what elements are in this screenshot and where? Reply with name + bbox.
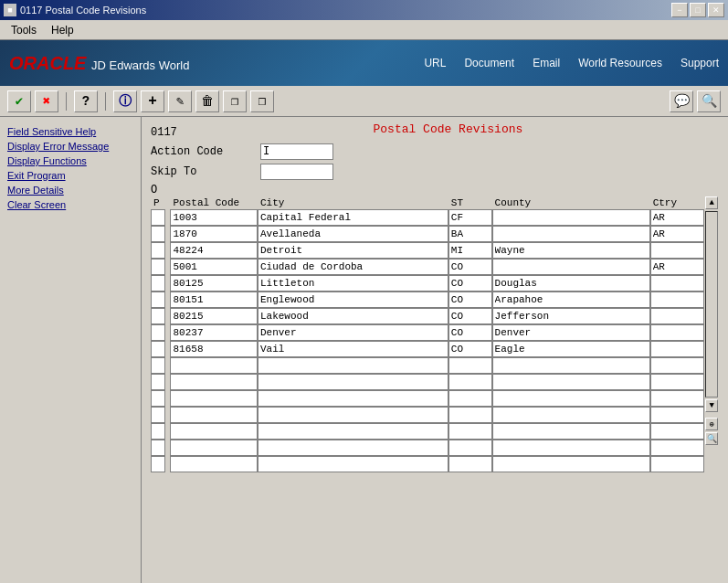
menu-tools[interactable]: Tools [4, 22, 44, 38]
row-p-field[interactable] [151, 308, 165, 324]
scrollbar[interactable]: ▲ ▼ ⊕ 🔍 [704, 196, 719, 472]
row-p-field[interactable] [151, 242, 165, 259]
row-city[interactable] [258, 308, 448, 324]
row-st[interactable] [448, 440, 492, 456]
row-county[interactable] [492, 242, 650, 259]
row-postal-code[interactable] [170, 259, 257, 275]
row-st[interactable] [448, 226, 492, 242]
row-p-field[interactable] [151, 357, 165, 374]
row-postal-code[interactable] [170, 275, 257, 292]
row-county[interactable] [492, 259, 650, 275]
row-ctry[interactable] [650, 308, 705, 324]
nav-document[interactable]: Document [464, 57, 514, 69]
sidebar-item-exit-program[interactable]: Exit Program [0, 168, 141, 183]
row-ctry[interactable] [650, 259, 705, 275]
sidebar-item-field-sensitive-help[interactable]: Field Sensitive Help [0, 124, 141, 139]
row-p-field[interactable] [151, 374, 165, 390]
help-button[interactable]: ? [74, 90, 98, 112]
row-st[interactable] [448, 407, 492, 423]
row-p-field[interactable] [151, 407, 165, 423]
row-city[interactable] [258, 374, 448, 390]
row-p-field[interactable] [151, 292, 165, 308]
sidebar-item-clear-screen[interactable]: Clear Screen [0, 197, 141, 212]
row-county[interactable] [492, 341, 650, 357]
row-postal-code[interactable] [170, 209, 257, 226]
delete-button[interactable]: 🗑 [195, 90, 219, 112]
nav-email[interactable]: Email [533, 57, 560, 69]
row-ctry[interactable] [650, 407, 705, 423]
row-postal-code[interactable] [170, 390, 257, 407]
row-p-field[interactable] [151, 226, 165, 242]
paste-button[interactable]: ❒ [250, 90, 274, 112]
cancel-button[interactable]: ✖ [35, 90, 58, 112]
row-city[interactable] [258, 341, 448, 357]
row-st[interactable] [448, 341, 492, 357]
row-county[interactable] [492, 440, 650, 456]
row-county[interactable] [492, 324, 650, 341]
row-county[interactable] [492, 275, 650, 292]
row-st[interactable] [448, 292, 492, 308]
copy-button[interactable]: ❐ [223, 90, 247, 112]
row-p-field[interactable] [151, 440, 165, 456]
row-ctry[interactable] [650, 456, 705, 472]
info-button[interactable]: ⓘ [113, 90, 137, 112]
row-ctry[interactable] [650, 292, 705, 308]
row-ctry[interactable] [650, 242, 705, 259]
row-postal-code[interactable] [170, 242, 257, 259]
row-postal-code[interactable] [170, 341, 257, 357]
row-p-field[interactable] [151, 259, 165, 275]
row-st[interactable] [448, 357, 492, 374]
close-button[interactable]: ✕ [708, 3, 724, 17]
row-city[interactable] [258, 275, 448, 292]
row-city[interactable] [258, 390, 448, 407]
row-p-field[interactable] [151, 275, 165, 292]
row-ctry[interactable] [650, 226, 705, 242]
row-ctry[interactable] [650, 423, 705, 440]
row-city[interactable] [258, 242, 448, 259]
row-ctry[interactable] [650, 324, 705, 341]
sidebar-item-display-functions[interactable]: Display Functions [0, 154, 141, 168]
row-postal-code[interactable] [170, 226, 257, 242]
action-code-input[interactable] [260, 143, 333, 160]
row-city[interactable] [258, 456, 448, 472]
row-p-field[interactable] [151, 209, 165, 226]
nav-url[interactable]: URL [424, 57, 446, 69]
row-postal-code[interactable] [170, 374, 257, 390]
sidebar-item-display-error[interactable]: Display Error Message [0, 139, 141, 154]
edit-button[interactable]: ✎ [168, 90, 192, 112]
skip-to-input[interactable] [260, 164, 333, 180]
row-city[interactable] [258, 423, 448, 440]
row-p-field[interactable] [151, 390, 165, 407]
row-postal-code[interactable] [170, 324, 257, 341]
chat-button[interactable]: 💬 [670, 90, 693, 112]
sidebar-item-more-details[interactable]: More Details [0, 183, 141, 197]
row-county[interactable] [492, 407, 650, 423]
nav-support[interactable]: Support [681, 57, 719, 69]
row-city[interactable] [258, 357, 448, 374]
row-postal-code[interactable] [170, 292, 257, 308]
row-county[interactable] [492, 308, 650, 324]
scroll-up-button[interactable]: ▲ [705, 196, 718, 209]
nav-world-resources[interactable]: World Resources [578, 57, 662, 69]
row-city[interactable] [258, 226, 448, 242]
row-st[interactable] [448, 275, 492, 292]
ok-button[interactable]: ✔ [7, 90, 31, 112]
row-postal-code[interactable] [170, 456, 257, 472]
row-st[interactable] [448, 456, 492, 472]
row-st[interactable] [448, 390, 492, 407]
row-county[interactable] [492, 226, 650, 242]
row-postal-code[interactable] [170, 308, 257, 324]
scroll-down-button[interactable]: ▼ [705, 399, 718, 412]
row-ctry[interactable] [650, 341, 705, 357]
row-p-field[interactable] [151, 423, 165, 440]
row-st[interactable] [448, 423, 492, 440]
row-city[interactable] [258, 292, 448, 308]
row-st[interactable] [448, 259, 492, 275]
row-county[interactable] [492, 292, 650, 308]
row-ctry[interactable] [650, 374, 705, 390]
scroll-more-button[interactable]: ⊕ [705, 418, 718, 430]
search-button[interactable]: 🔍 [697, 90, 721, 112]
maximize-button[interactable]: □ [690, 3, 706, 17]
row-ctry[interactable] [650, 275, 705, 292]
scroll-zoom-button[interactable]: 🔍 [705, 432, 718, 445]
